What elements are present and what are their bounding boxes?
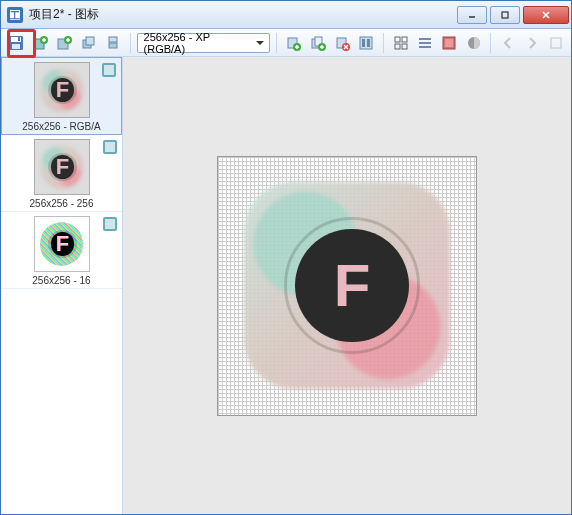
- stack-layers-button[interactable]: [102, 32, 123, 54]
- next-button[interactable]: [521, 32, 542, 54]
- format-sidebar: F 256x256 - RGB/A F 256x256 - 256 F 256x…: [1, 57, 123, 514]
- titlebar: 工 项目2* - 图标: [1, 1, 571, 29]
- svg-rect-30: [402, 37, 407, 42]
- import-all-button[interactable]: [307, 32, 328, 54]
- svg-rect-39: [551, 38, 561, 48]
- svg-rect-34: [419, 42, 431, 44]
- svg-rect-32: [402, 44, 407, 49]
- list-view-button[interactable]: [414, 32, 435, 54]
- import-button[interactable]: [283, 32, 304, 54]
- svg-rect-16: [86, 37, 94, 45]
- separator: [490, 33, 491, 53]
- svg-rect-10: [18, 37, 20, 41]
- svg-rect-29: [395, 37, 400, 42]
- separator: [130, 33, 131, 53]
- svg-rect-31: [395, 44, 400, 49]
- format-label: 256x256 - 16: [5, 275, 118, 286]
- maximize-button[interactable]: [490, 6, 520, 24]
- canvas-area[interactable]: F: [123, 57, 571, 514]
- svg-rect-17: [109, 37, 117, 42]
- size-format-dropdown[interactable]: 256x256 - XP (RGB/A): [137, 33, 270, 53]
- gray-view-button[interactable]: [463, 32, 484, 54]
- format-label: 256x256 - RGB/A: [6, 121, 117, 132]
- properties-button[interactable]: [356, 32, 377, 54]
- separator: [276, 33, 277, 53]
- svg-rect-9: [12, 44, 20, 49]
- svg-rect-43: [105, 142, 115, 152]
- svg-rect-41: [104, 65, 114, 75]
- format-badge-icon: [103, 217, 117, 231]
- format-thumbnail[interactable]: F 256x256 - 16: [1, 212, 122, 289]
- format-badge-icon: [103, 140, 117, 154]
- size-format-value: 256x256 - XP (RGB/A): [144, 31, 251, 55]
- format-badge-icon: [102, 63, 116, 77]
- svg-rect-45: [105, 219, 115, 229]
- icon-preview: F: [217, 156, 477, 416]
- app-icon: 工: [7, 7, 23, 23]
- delete-button[interactable]: [331, 32, 352, 54]
- svg-rect-28: [367, 39, 370, 47]
- save-button[interactable]: [5, 32, 26, 54]
- toolbar: 256x256 - XP (RGB/A): [1, 29, 571, 57]
- tile-view-button[interactable]: [439, 32, 460, 54]
- format-thumbnail[interactable]: F 256x256 - RGB/A: [1, 57, 122, 135]
- svg-rect-33: [419, 38, 431, 40]
- add-image-button[interactable]: [54, 32, 75, 54]
- grid-view-button[interactable]: [390, 32, 411, 54]
- window-title: 项目2* - 图标: [29, 6, 457, 23]
- svg-rect-27: [362, 39, 365, 47]
- format-label: 256x256 - 256: [5, 198, 118, 209]
- prev-button[interactable]: [497, 32, 518, 54]
- expand-button[interactable]: [546, 32, 567, 54]
- separator: [383, 33, 384, 53]
- minimize-button[interactable]: [457, 6, 487, 24]
- svg-rect-26: [360, 37, 372, 49]
- close-button[interactable]: [523, 6, 569, 24]
- copy-layers-button[interactable]: [78, 32, 99, 54]
- svg-rect-4: [502, 12, 508, 18]
- svg-rect-18: [109, 43, 117, 48]
- format-thumbnail[interactable]: F 256x256 - 256: [1, 135, 122, 212]
- svg-rect-37: [445, 39, 453, 47]
- window-controls: [457, 6, 569, 24]
- add-layer-button[interactable]: [29, 32, 50, 54]
- svg-text:工: 工: [9, 10, 20, 21]
- app-window: 工 项目2* - 图标 256x256 - XP (RGB/A): [0, 0, 572, 515]
- svg-rect-35: [419, 46, 431, 48]
- content-area: F 256x256 - RGB/A F 256x256 - 256 F 256x…: [1, 57, 571, 514]
